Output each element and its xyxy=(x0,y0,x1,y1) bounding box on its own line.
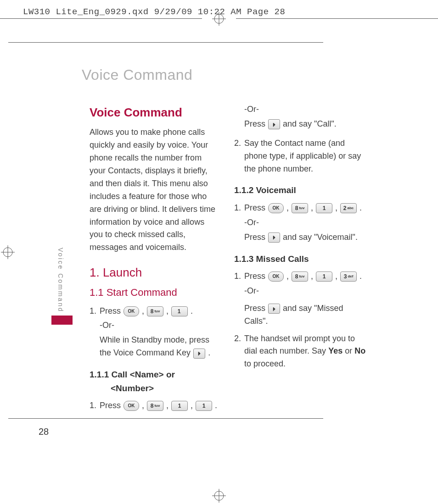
press-label: Press xyxy=(244,233,268,242)
press-label: Press xyxy=(244,304,268,313)
say-voicemail: and say "Voicemail". xyxy=(283,233,358,242)
key-1-icon: 1 xyxy=(171,306,188,316)
key-2-icon: 2abc xyxy=(340,203,357,213)
step-1: 1. Press OK , 8tuv , 1 . -Or- While in S… xyxy=(90,305,218,360)
key-1-icon: 1 xyxy=(196,401,212,411)
rule-bottom xyxy=(8,418,323,419)
period: . xyxy=(191,306,193,316)
press-label: Press xyxy=(244,203,268,212)
ok-key-icon: OK xyxy=(268,203,284,213)
step-111-1: 1. Press OK , 8tuv , 1 , 1 . xyxy=(90,399,218,412)
step-num: 1. xyxy=(234,270,244,328)
or-label: -Or- xyxy=(244,103,367,116)
proceed-text: to proceed. xyxy=(244,359,286,368)
press-label: Press xyxy=(100,401,123,410)
key-1-icon: 1 xyxy=(171,401,188,411)
step-num: 2. xyxy=(234,137,244,176)
page-title: Voice Command xyxy=(82,66,192,83)
side-tab-bar xyxy=(51,316,73,325)
crop-mark-top xyxy=(212,12,226,26)
no-label: No xyxy=(354,346,365,355)
side-tab-label: Voice Command xyxy=(57,248,64,316)
side-tab: Voice Command xyxy=(57,248,67,325)
or-label: -Or- xyxy=(244,285,367,298)
start-command-heading: 1.1 Start Command xyxy=(90,285,218,300)
press-label: Press xyxy=(244,271,268,281)
ok-key-icon: OK xyxy=(124,306,139,316)
or-label: -Or- xyxy=(100,319,218,332)
key-1-icon: 1 xyxy=(316,271,332,282)
launch-heading: 1. Launch xyxy=(90,263,218,282)
or-text: or xyxy=(345,346,354,355)
missed-step-2: 2. The handset wil prompt you to dial ea… xyxy=(234,332,367,371)
key-8-icon: 8tuv xyxy=(147,306,163,316)
step-num: 2. xyxy=(234,332,244,371)
rule-top xyxy=(8,42,323,43)
crop-mark-left xyxy=(1,245,15,259)
step-body: Say the Contact name (and phone type, if… xyxy=(244,137,367,176)
key-1-icon: 1 xyxy=(316,203,332,213)
say-call: and say "Call". xyxy=(283,119,337,128)
key-8-icon: 8tuv xyxy=(292,203,308,213)
key-3-icon: 3def xyxy=(340,271,357,282)
ok-key-icon: OK xyxy=(124,401,139,411)
step-num: 1. xyxy=(234,202,244,244)
voice-key-icon: ⏵ xyxy=(268,304,280,314)
intro-text: Allows you to make phone calls quickly a… xyxy=(90,126,218,254)
left-column: Voice Command Allows you to make phone c… xyxy=(90,103,218,414)
period: . xyxy=(359,203,362,212)
step-num: 1. xyxy=(90,399,100,412)
or-label: -Or- xyxy=(244,216,367,229)
crop-mark-bottom xyxy=(212,489,226,503)
yes-label: Yes xyxy=(328,346,343,355)
voice-key-icon: ⏵ xyxy=(193,349,205,359)
voicemail-heading: 1.1.2 Voicemail xyxy=(234,183,367,197)
voice-key-icon: ⏵ xyxy=(268,119,280,129)
step-num: 1. xyxy=(90,305,100,360)
period: . xyxy=(208,348,210,357)
key-8-icon: 8tuv xyxy=(292,271,308,282)
press-label: Press xyxy=(244,119,268,128)
right-column: -Or- Press ⏵ and say "Call". 2. Say the … xyxy=(234,103,367,372)
voicemail-step-1: 1. Press OK , 8tuv , 1 , 2abc . -Or- Pre… xyxy=(234,202,367,244)
period: . xyxy=(359,271,362,281)
press-label: Press xyxy=(100,306,123,316)
page-number: 28 xyxy=(39,426,49,437)
call-name-heading: 1.1.1 Call <Name> or <Number> xyxy=(90,368,218,395)
missed-calls-heading: 1.1.3 Missed Calls xyxy=(234,252,367,266)
period: . xyxy=(215,401,217,410)
step-2: 2. Say the Contact name (and phone type,… xyxy=(234,137,367,176)
print-header: LW310 Lite_Eng_0929.qxd 9/29/09 10:22 AM… xyxy=(23,7,285,17)
voice-key-icon: ⏵ xyxy=(268,233,280,243)
section-heading: Voice Command xyxy=(90,103,218,122)
missed-step-1: 1. Press OK , 8tuv , 1 , 3def . -Or- Pre… xyxy=(234,270,367,328)
ok-key-icon: OK xyxy=(268,271,284,282)
key-8-icon: 8tuv xyxy=(147,401,163,411)
